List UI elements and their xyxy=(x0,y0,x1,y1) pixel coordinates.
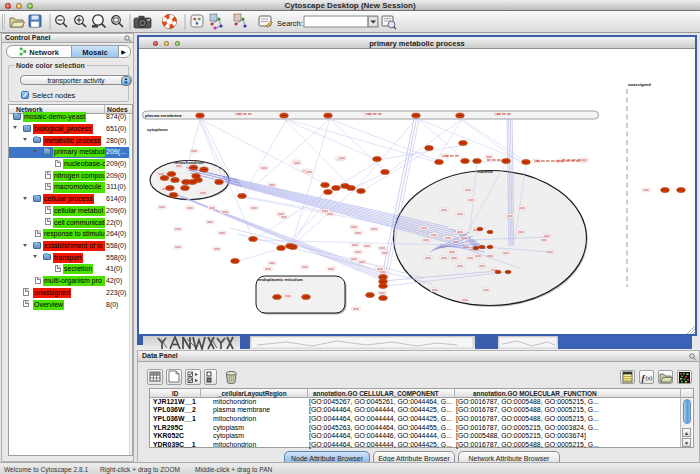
svg-text:unassigned: unassigned xyxy=(628,82,651,87)
svg-text:endoplasmic reticulum: endoplasmic reticulum xyxy=(258,277,303,282)
svg-text:plasma membrane: plasma membrane xyxy=(145,113,182,118)
svg-text:mitochondrion: mitochondrion xyxy=(175,160,205,165)
svg-text:nucleus: nucleus xyxy=(477,169,493,174)
svg-text:Search:: Search: xyxy=(277,19,303,28)
svg-text:(x): (x) xyxy=(646,375,653,381)
svg-text:cytoplasm: cytoplasm xyxy=(147,127,168,132)
